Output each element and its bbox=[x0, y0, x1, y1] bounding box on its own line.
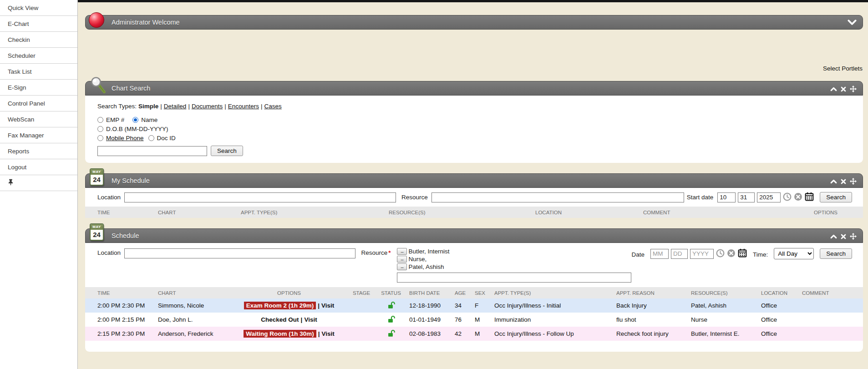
appointment-row: 2:15 PM 2:30 PM Anderson, Frederick Wait… bbox=[85, 327, 863, 341]
sidebar-item-checkin[interactable]: Checkin bbox=[0, 32, 77, 48]
selected-resource-name: Butler, Internist bbox=[408, 248, 449, 255]
cell-appt-type: Immunization bbox=[491, 313, 613, 327]
name-radio-label: Name bbox=[141, 116, 157, 123]
room-status-badge[interactable]: Exam Room 2 (1h 29m) bbox=[244, 302, 316, 309]
clear-date-icon[interactable] bbox=[727, 249, 736, 259]
location-input[interactable] bbox=[124, 248, 355, 258]
pin-sidebar-toggle[interactable] bbox=[0, 175, 77, 191]
search-type-documents-link[interactable]: Documents bbox=[192, 103, 223, 110]
visit-link[interactable]: Visit bbox=[304, 316, 317, 323]
start-date-year-input[interactable] bbox=[757, 192, 781, 202]
clock-icon[interactable] bbox=[716, 249, 725, 259]
remove-resource-button[interactable]: – bbox=[397, 263, 407, 270]
sidebar-item-webscan[interactable]: WebScan bbox=[0, 111, 77, 127]
collapse-icon[interactable] bbox=[830, 234, 837, 239]
clock-icon[interactable] bbox=[783, 192, 792, 202]
date-month-input[interactable] bbox=[650, 249, 669, 259]
column-header-options: OPTIONS bbox=[788, 207, 863, 218]
move-icon[interactable] bbox=[850, 86, 857, 92]
column-header-age: AGE bbox=[451, 287, 471, 298]
doc-id-radio[interactable] bbox=[148, 135, 154, 141]
emp-number-radio[interactable] bbox=[97, 117, 103, 123]
close-icon[interactable] bbox=[841, 86, 846, 92]
column-header-chart: CHART bbox=[154, 287, 232, 298]
search-types-label: Search Types: bbox=[97, 103, 137, 110]
date-year-input[interactable] bbox=[690, 249, 714, 259]
move-icon[interactable] bbox=[850, 233, 857, 240]
select-portlets-row: Select Portlets bbox=[78, 65, 868, 72]
unlock-icon[interactable] bbox=[387, 329, 396, 339]
schedule-search-button[interactable]: Search bbox=[820, 248, 852, 259]
schedule-header: MAY 24 Schedule bbox=[85, 228, 863, 243]
date-day-input[interactable] bbox=[671, 249, 688, 259]
my-schedule-search-button[interactable]: Search bbox=[820, 192, 852, 202]
start-date-day-input[interactable] bbox=[738, 192, 755, 202]
emp-number-radio-label: EMP # bbox=[106, 116, 124, 123]
select-portlets-link[interactable]: Select Portlets bbox=[823, 65, 863, 72]
cell-time: 2:00 PM 2:15 PM bbox=[85, 313, 154, 327]
separator: | bbox=[158, 103, 164, 110]
start-date-month-input[interactable] bbox=[717, 192, 736, 202]
calendar-picker-icon[interactable] bbox=[805, 192, 814, 202]
resource-input[interactable] bbox=[431, 192, 684, 202]
cell-chart[interactable]: Anderson, Frederick bbox=[154, 327, 232, 341]
calendar-day: 24 bbox=[91, 230, 103, 240]
collapse-icon[interactable] bbox=[830, 179, 837, 184]
collapse-icon[interactable] bbox=[830, 87, 837, 91]
sidebar-item-e-chart[interactable]: E-Chart bbox=[0, 16, 77, 32]
chevron-down-icon[interactable] bbox=[848, 20, 857, 25]
move-icon[interactable] bbox=[850, 178, 857, 185]
dob-radio[interactable] bbox=[97, 126, 103, 132]
visit-link[interactable]: Visit bbox=[322, 330, 335, 337]
separator: | bbox=[316, 302, 321, 309]
chart-search-button[interactable]: Search bbox=[211, 146, 243, 156]
time-select[interactable]: All Day bbox=[774, 248, 814, 259]
calendar-picker-icon[interactable] bbox=[738, 248, 747, 259]
remove-resource-button[interactable]: – bbox=[397, 248, 407, 255]
resource-selection: – Butler, Internist – Nurse, – Patel, As… bbox=[397, 248, 631, 283]
search-type-encounters-link[interactable]: Encounters bbox=[228, 103, 259, 110]
remove-resource-button[interactable]: – bbox=[397, 256, 407, 263]
start-date-label: Start date bbox=[687, 194, 714, 201]
sidebar-item-control-panel[interactable]: Control Panel bbox=[0, 96, 77, 111]
cell-comment bbox=[798, 327, 863, 341]
clear-date-icon[interactable] bbox=[794, 192, 802, 202]
room-status-badge[interactable]: Waiting Room (1h 30m) bbox=[244, 330, 316, 338]
sidebar-item-scheduler[interactable]: Scheduler bbox=[0, 48, 77, 64]
mobile-phone-radio[interactable] bbox=[97, 135, 103, 141]
search-type-detailed-link[interactable]: Detailed bbox=[164, 103, 187, 110]
search-type-cases-link[interactable]: Cases bbox=[264, 103, 282, 110]
sidebar: Quick View E-Chart Checkin Scheduler Tas… bbox=[0, 0, 78, 369]
cell-appt-reason: Back Injury bbox=[613, 298, 687, 313]
search-type-simple[interactable]: Simple bbox=[138, 103, 158, 110]
sidebar-item-quick-view[interactable]: Quick View bbox=[0, 0, 77, 16]
mobile-phone-radio-label[interactable]: Mobile Phone bbox=[106, 135, 144, 142]
cell-status bbox=[376, 298, 406, 313]
close-icon[interactable] bbox=[841, 179, 846, 184]
cell-birth-date: 12-18-1990 bbox=[406, 298, 451, 313]
sidebar-item-task-list[interactable]: Task List bbox=[0, 64, 77, 80]
close-icon[interactable] bbox=[841, 234, 846, 239]
unlock-icon[interactable] bbox=[387, 301, 396, 310]
cell-chart[interactable]: Doe, John L. bbox=[154, 313, 232, 327]
sidebar-item-e-sign[interactable]: E-Sign bbox=[0, 80, 77, 96]
cell-stage bbox=[346, 327, 376, 341]
sidebar-item-fax-manager[interactable]: Fax Manager bbox=[0, 127, 77, 143]
unlock-icon[interactable] bbox=[387, 315, 396, 324]
schedule-title: Schedule bbox=[86, 229, 863, 243]
main-content: Administrator Welcome Select Portlets Ch… bbox=[78, 0, 868, 369]
cell-location: Office bbox=[757, 327, 798, 341]
name-radio[interactable] bbox=[132, 117, 138, 123]
sidebar-item-reports[interactable]: Reports bbox=[0, 143, 77, 159]
visit-link[interactable]: Visit bbox=[321, 302, 334, 309]
column-header-comment: COMMENT bbox=[640, 207, 788, 218]
time-label: Time: bbox=[753, 251, 768, 258]
chart-search-input[interactable] bbox=[97, 146, 207, 156]
column-header-appt-types: APPT. TYPE(S) bbox=[491, 287, 613, 298]
cell-chart[interactable]: Simmons, Nicole bbox=[154, 298, 232, 313]
location-label: Location bbox=[97, 249, 121, 256]
location-input[interactable] bbox=[124, 192, 396, 202]
sidebar-item-logout[interactable]: Logout bbox=[0, 159, 77, 175]
resource-search-input[interactable] bbox=[397, 273, 631, 283]
cell-age: 42 bbox=[451, 327, 471, 341]
